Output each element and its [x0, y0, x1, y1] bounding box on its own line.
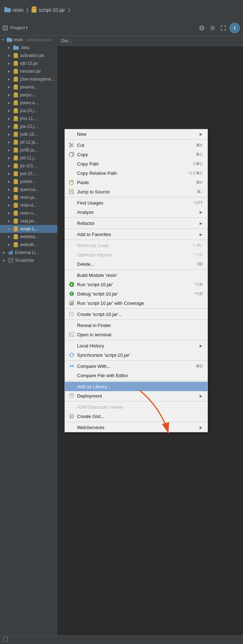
script10-jar-icon [13, 226, 19, 232]
tree-item-jpa[interactable]: ▶ jpa-15.j... [0, 122, 57, 130]
menu-item-copy-relative-path[interactable]: Copy Relative Path ⌥⇧⌘C [65, 168, 208, 178]
menu-item-refactor[interactable]: Refactor ▶ [65, 218, 208, 228]
add-library-label: Add as Library... [77, 384, 202, 389]
tree-item-activation[interactable]: ▶ activation.jar [0, 52, 57, 59]
svg-rect-55 [14, 187, 17, 188]
tree-item-portlet[interactable]: ▶ portlet-... [0, 178, 57, 186]
tree-item-script10[interactable]: ▶ script-1... [0, 225, 57, 233]
tree-item-idea[interactable]: ▶ .idea [0, 44, 57, 52]
menu-item-debug[interactable]: Debug 'script-10.jar' ^⇧D [65, 289, 208, 298]
menu-item-synchronize[interactable]: Synchronize 'script-10.jar' [65, 350, 208, 360]
separator-12 [65, 401, 208, 402]
menu-item-compare-with[interactable]: Compare With... ⌘D [65, 361, 208, 371]
tree-item-jsf[interactable]: ▶ jsf-12.ja... [0, 138, 57, 146]
tree-item-external-libs[interactable]: ▶ External Li... [0, 249, 57, 256]
menu-item-open-terminal[interactable]: Open in terminal [65, 330, 208, 339]
tree-item-jaxws[interactable]: ▶ jaxws-a... [0, 99, 57, 107]
menu-item-jump-source[interactable]: Jump to Source ⌘↓ [65, 187, 208, 196]
tree-root-item[interactable]: ▼ resin ~/Desktop/resin [0, 36, 57, 44]
tree-item-resin-jar[interactable]: ▶ resin.ja... [0, 193, 57, 201]
expand-icon-btn[interactable] [219, 23, 228, 33]
activation-label: activation.jar [20, 53, 44, 58]
tree-item-jsdk[interactable]: ▶ jsdk-15... [0, 130, 57, 138]
jws-jar-icon [13, 171, 19, 177]
svg-rect-25 [14, 69, 17, 70]
menu-item-find-usages[interactable]: Find Usages ⌥F7 [65, 198, 208, 207]
menu-item-paste[interactable]: Paste ⌘V [65, 178, 208, 187]
cut-label: Cut [77, 143, 189, 148]
menu-item-add-library[interactable]: Add as Library... [65, 382, 208, 391]
menu-item-build-module[interactable]: Build Module 'resin' [65, 270, 208, 280]
svg-rect-97 [73, 301, 74, 305]
jaxrpc-arrow: ▶ [8, 93, 13, 97]
debug-label: Debug 'script-10.jar' [77, 291, 187, 297]
tree-item-hessian[interactable]: ▶ hessian.jar [0, 67, 57, 75]
tree-item-quercus[interactable]: ▶ quercus... [0, 186, 57, 193]
root-label: resin [14, 37, 23, 42]
tree-item-jca[interactable]: ▶ jca-15.j... [0, 107, 57, 115]
tree-item-jws[interactable]: ▶ jws-15.... [0, 170, 57, 178]
ext-libs-label: External Li... [15, 250, 39, 255]
tree-item-jstl[interactable]: ▶ jstl-11.j... [0, 154, 57, 162]
tree-item-resin-d[interactable]: ▶ resin-d... [0, 201, 57, 209]
tree-item-jms[interactable]: ▶ jms-11.... [0, 115, 57, 122]
tree-item-jaxrpc[interactable]: ▶ jaxrpc-... [0, 91, 57, 99]
j2ee-jar-icon [13, 76, 19, 82]
finder-icon [68, 322, 75, 328]
tree-item-resin-u[interactable]: ▶ resin-u... [0, 209, 57, 217]
menu-item-create-gist[interactable]: G Create Gist... [65, 412, 208, 421]
separator-10 [65, 360, 208, 361]
tree-item-j2ee[interactable]: ▶ j2ee-management-10.jar [0, 75, 57, 83]
menu-item-compare-editor[interactable]: Compare File with Editor [65, 371, 208, 380]
user-avatar[interactable]: I [229, 23, 240, 33]
tree-item-scratches[interactable]: ▶ Scratches [0, 256, 57, 264]
bottom-bar-icon [3, 637, 8, 643]
menu-item-new[interactable]: New ▶ [65, 129, 208, 139]
menu-item-analyze[interactable]: Analyze ▶ [65, 207, 208, 217]
network-icon-btn[interactable] [197, 23, 206, 33]
tree-item-jta[interactable]: ▶ jta-101.... [0, 162, 57, 170]
menu-item-delete[interactable]: Delete... ⌫ [65, 259, 208, 269]
tree-item-ejb[interactable]: ▶ ejb-15.jar [0, 59, 57, 67]
resin-jar-icon [13, 194, 19, 200]
deployment-icon [68, 393, 75, 399]
menu-item-add-favorites[interactable]: Add to Favorites ▶ [65, 230, 208, 239]
local-history-icon [68, 342, 75, 349]
tree-item-webbea[interactable]: ▶ webbea... [0, 233, 57, 241]
delete-icon [68, 261, 75, 267]
paste-icon [68, 179, 75, 186]
svg-rect-83 [71, 180, 73, 182]
project-dropdown[interactable]: Project ▾ [3, 25, 28, 30]
menu-item-reveal-finder[interactable]: Reveal in Finder [65, 321, 208, 330]
menu-item-run[interactable]: Run 'script-10.jar' ^⇧R [65, 280, 208, 289]
quercus-jar-icon [13, 187, 19, 192]
svg-rect-110 [3, 637, 8, 641]
menu-item-create[interactable]: Create 'script-10.jar'... [65, 309, 208, 319]
tree-item-jsr88[interactable]: ▶ jsr88.ja... [0, 146, 57, 154]
menu-item-copy-path[interactable]: Copy Path ⇧⌘C [65, 159, 208, 168]
breadcrumb-bar: resin ❯ script-10.jar ❯ [0, 0, 243, 20]
find-usages-icon [68, 200, 75, 206]
scratches-arrow: ▶ [3, 259, 8, 262]
menu-item-copy[interactable]: Copy ⌘C [65, 150, 208, 159]
menu-item-cut[interactable]: Cut ⌘X [65, 140, 208, 150]
breadcrumb-folder-icon[interactable]: resin [4, 7, 23, 13]
tree-item-javama[interactable]: ▶ javama... [0, 83, 57, 91]
webbea-label: webbea... [20, 234, 39, 239]
svg-rect-0 [4, 8, 11, 12]
favorites-submenu-arrow: ▶ [200, 232, 202, 236]
javama-label: javama... [20, 85, 38, 90]
gear-icon [210, 25, 215, 31]
menu-item-deployment[interactable]: Deployment ▶ [65, 391, 208, 400]
tree-item-saaj[interactable]: ▶ saaj.jar... [0, 217, 57, 225]
menu-item-run-coverage[interactable]: Run 'script-10.jar' with Coverage [65, 298, 208, 308]
jsr88-jar-icon [13, 147, 19, 153]
separator-11 [65, 381, 208, 381]
menu-item-webservices[interactable]: WebServices ▶ [65, 423, 208, 432]
find-usages-shortcut: ⌥F7 [193, 201, 202, 205]
breadcrumb-jar-item[interactable]: script-10.jar [31, 6, 65, 14]
svg-rect-35 [14, 108, 17, 110]
menu-item-local-history[interactable]: Local History ▶ [65, 341, 208, 350]
tree-item-webutil[interactable]: ▶ webutil.... [0, 241, 57, 249]
settings-gear-btn[interactable] [208, 23, 217, 33]
